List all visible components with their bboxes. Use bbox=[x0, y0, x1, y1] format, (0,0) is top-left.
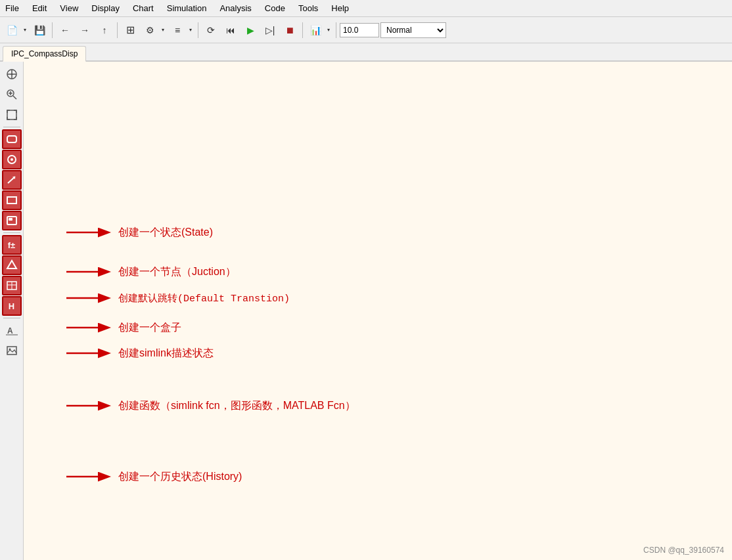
svg-text:A: A bbox=[7, 326, 13, 335]
sim-time-input[interactable] bbox=[340, 23, 379, 37]
menubar: File Edit View Display Chart Simulation … bbox=[0, 0, 732, 17]
view-btn-group[interactable]: ≡ ▾ bbox=[168, 21, 194, 39]
annotation-box: 创建一个盒子 bbox=[63, 320, 181, 336]
svg-rect-14 bbox=[7, 197, 16, 204]
svg-point-3 bbox=[11, 74, 12, 75]
arrow-function bbox=[63, 398, 116, 414]
left-toolbar: f± H A bbox=[0, 62, 24, 560]
tile-btn[interactable]: ⊞ bbox=[121, 21, 139, 39]
new-model-dropdown[interactable]: ▾ bbox=[21, 21, 29, 39]
function-group-tool-btn[interactable]: f± bbox=[2, 235, 22, 255]
image-tool-btn[interactable] bbox=[2, 341, 22, 360]
diag-btn[interactable]: 📊 bbox=[306, 21, 325, 39]
menu-file[interactable]: File bbox=[3, 2, 22, 14]
sim-mode-select[interactable]: Normal Accelerator Rapid Accelerator bbox=[380, 22, 446, 38]
sep5 bbox=[336, 22, 336, 38]
svg-rect-9 bbox=[7, 136, 16, 142]
pan-tool-btn[interactable] bbox=[2, 64, 22, 84]
tabbar: IPC_CompassDisp bbox=[0, 43, 732, 62]
main-area: f± H A bbox=[0, 62, 732, 560]
view-dropdown[interactable]: ▾ bbox=[187, 21, 194, 39]
arrow-simlink-state bbox=[63, 345, 116, 362]
back-btn[interactable]: ← bbox=[56, 21, 74, 39]
arrow-state bbox=[63, 225, 116, 241]
annotation-default-transition-text: 创建默认跳转(Default Transtion) bbox=[118, 292, 290, 305]
fit-tool-btn[interactable] bbox=[2, 105, 22, 125]
menu-simulation[interactable]: Simulation bbox=[164, 2, 210, 14]
menu-tools[interactable]: Tools bbox=[296, 2, 321, 14]
new-model-btn[interactable]: 📄 bbox=[3, 21, 21, 39]
watermark: CSDN @qq_39160574 bbox=[643, 546, 724, 555]
view-btn[interactable]: ≡ bbox=[168, 21, 187, 39]
svg-rect-16 bbox=[9, 218, 12, 221]
text-tool-btn[interactable]: A bbox=[2, 320, 22, 340]
annotation-function-text: 创建函数（simlink fcn，图形函数，MATLAB Fcn） bbox=[118, 399, 355, 413]
sep2 bbox=[117, 22, 118, 38]
annotation-simlink-state-text: 创建simlink描述状态 bbox=[118, 347, 214, 360]
settings-btn-group[interactable]: ⚙ ▾ bbox=[141, 21, 167, 39]
svg-marker-17 bbox=[7, 261, 16, 269]
junction-tool-btn[interactable] bbox=[2, 150, 22, 169]
simlink-state-tool-btn[interactable] bbox=[2, 211, 22, 230]
menu-edit[interactable]: Edit bbox=[30, 2, 49, 14]
settings-btn[interactable]: ⚙ bbox=[141, 21, 159, 39]
annotation-state-text: 创建一个状态(State) bbox=[118, 226, 213, 240]
step-fwd-btn[interactable]: ⏮ bbox=[221, 21, 240, 39]
settings-dropdown[interactable]: ▾ bbox=[159, 21, 167, 39]
left-sep2 bbox=[3, 232, 20, 233]
sep1 bbox=[52, 22, 53, 38]
annotation-state: 创建一个状态(State) bbox=[63, 225, 213, 241]
arrow-default-transition bbox=[63, 290, 116, 307]
left-sep3 bbox=[3, 318, 20, 318]
annotation-history: 创建一个历史状态(History) bbox=[63, 469, 242, 485]
sep4 bbox=[302, 22, 303, 38]
arrow-junction bbox=[63, 264, 116, 280]
tab-ipc-compassdisp[interactable]: IPC_CompassDisp bbox=[3, 46, 86, 62]
function-tool-btn[interactable] bbox=[2, 255, 22, 275]
save-btn[interactable]: 💾 bbox=[30, 21, 49, 39]
diag-btn-group[interactable]: 📊 ▾ bbox=[306, 21, 332, 39]
menu-display[interactable]: Display bbox=[89, 2, 122, 14]
up-btn[interactable]: ↑ bbox=[95, 21, 114, 39]
arrow-history bbox=[63, 469, 116, 485]
left-sep1 bbox=[3, 127, 20, 127]
menu-view[interactable]: View bbox=[57, 2, 81, 14]
step-btn[interactable]: ▷| bbox=[261, 21, 279, 39]
menu-chart[interactable]: Chart bbox=[130, 2, 156, 14]
forward-btn[interactable]: → bbox=[76, 21, 94, 39]
zoom-tool-btn[interactable] bbox=[2, 85, 22, 104]
menu-analysis[interactable]: Analysis bbox=[217, 2, 254, 14]
box-tool-btn[interactable] bbox=[2, 190, 22, 210]
sep3 bbox=[198, 22, 198, 38]
state-tool-btn[interactable] bbox=[2, 129, 22, 149]
diag-dropdown[interactable]: ▾ bbox=[325, 21, 332, 39]
annotation-junction: 创建一个节点（Juction） bbox=[63, 264, 236, 280]
arrow-box bbox=[63, 320, 116, 336]
run-btn[interactable]: ▶ bbox=[241, 21, 260, 39]
svg-point-11 bbox=[11, 158, 13, 161]
menu-help[interactable]: Help bbox=[329, 2, 352, 14]
annotation-history-text: 创建一个历史状态(History) bbox=[118, 470, 242, 484]
stop-btn[interactable]: ⏹ bbox=[281, 21, 299, 39]
svg-line-5 bbox=[13, 96, 16, 99]
history-tool-btn[interactable]: H bbox=[2, 296, 22, 316]
annotation-function: 创建函数（simlink fcn，图形函数，MATLAB Fcn） bbox=[63, 398, 355, 414]
step-back-btn[interactable]: ⟳ bbox=[202, 21, 220, 39]
new-model-btn-group[interactable]: 📄 ▾ bbox=[3, 21, 29, 39]
annotation-box-text: 创建一个盒子 bbox=[118, 321, 181, 335]
annotation-default-transition: 创建默认跳转(Default Transtion) bbox=[63, 290, 290, 307]
toolbar: 📄 ▾ 💾 ← → ↑ ⊞ ⚙ ▾ ≡ ▾ ⟳ ⏮ ▶ ▷| ⏹ 📊 ▾ Nor… bbox=[0, 17, 732, 43]
annotation-junction-text: 创建一个节点（Juction） bbox=[118, 265, 236, 279]
menu-code[interactable]: Code bbox=[262, 2, 288, 14]
canvas: 创建一个状态(State) 创建一个节点（Juction） 创建默认跳转(Def… bbox=[24, 62, 732, 560]
default-transition-tool-btn[interactable] bbox=[2, 170, 22, 190]
annotation-simlink-state: 创建simlink描述状态 bbox=[63, 345, 214, 362]
table-tool-btn[interactable] bbox=[2, 276, 22, 295]
svg-rect-8 bbox=[7, 110, 16, 119]
